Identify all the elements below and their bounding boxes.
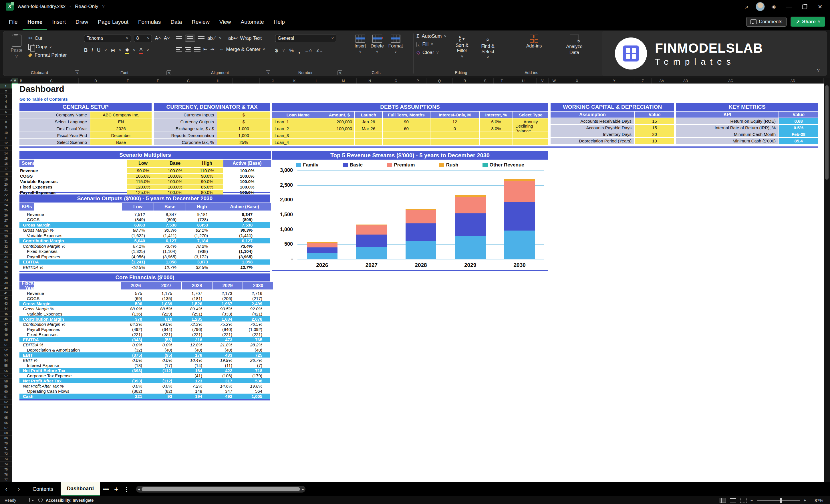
alignment-dialog-launcher[interactable]: ↘: [266, 70, 270, 75]
align-left-icon[interactable]: [176, 47, 182, 52]
sheet-tab-contents[interactable]: Contents: [25, 486, 61, 492]
cell-value[interactable]: ABC Company Inc.: [90, 112, 152, 118]
cell[interactable]: [324, 139, 354, 145]
table-row[interactable]: Contribution Margin %64.3%69.0%72.3%75.2…: [20, 321, 270, 327]
cell[interactable]: (1,622): [122, 233, 153, 238]
bold-button[interactable]: B: [84, 48, 88, 53]
row-header-37[interactable]: 37: [0, 270, 12, 275]
cell[interactable]: 433: [210, 353, 240, 357]
table-row[interactable]: Cash221931944921,005: [20, 393, 270, 399]
row-header-22[interactable]: 22: [0, 192, 12, 197]
cell[interactable]: (849): [122, 217, 153, 222]
menu-item-view[interactable]: View: [215, 15, 236, 30]
cell[interactable]: 90.0%: [191, 174, 223, 179]
italic-button[interactable]: I: [92, 48, 93, 53]
column-header-M[interactable]: M: [330, 78, 357, 84]
row-header-47[interactable]: 47: [0, 322, 12, 327]
row-header-6[interactable]: 6: [0, 109, 12, 115]
table-row[interactable]: EBIT %0.0%0.0%10.4%19.9%26.7%: [20, 357, 270, 363]
menu-item-insert[interactable]: Insert: [47, 15, 71, 30]
cell[interactable]: (393): [120, 378, 150, 383]
cell[interactable]: (40): [150, 348, 180, 352]
vertical-scrollbar-thumb[interactable]: [825, 85, 829, 180]
row-label[interactable]: COGS: [20, 217, 122, 222]
row-label[interactable]: Net Profit After Tax %: [20, 384, 120, 388]
cell[interactable]: 75.2%: [210, 322, 240, 327]
scroll-right-icon[interactable]: ▸: [302, 487, 304, 492]
cell-label[interactable]: Minimum Cash ($'000): [676, 138, 778, 144]
column-header-N[interactable]: N: [357, 78, 383, 84]
accounting-format-button[interactable]: $: [275, 48, 278, 54]
cell[interactable]: (809): [153, 217, 185, 222]
cell-label[interactable]: Select Scenario: [20, 139, 90, 145]
row-header-1[interactable]: 1: [0, 84, 12, 89]
percent-style-button[interactable]: %: [289, 48, 294, 54]
cell[interactable]: [324, 132, 354, 138]
row-header-36[interactable]: 36: [0, 265, 12, 270]
number-format-select[interactable]: General˅: [275, 35, 337, 42]
cell[interactable]: 725: [240, 353, 270, 357]
cell[interactable]: (421): [240, 312, 270, 316]
row-header-48[interactable]: 48: [0, 327, 12, 332]
row-label[interactable]: Revenue: [20, 291, 120, 296]
row-header-29[interactable]: 29: [0, 228, 12, 234]
cell[interactable]: 2,499: [240, 301, 270, 306]
cell[interactable]: (217): [240, 296, 270, 301]
cell[interactable]: (343): [120, 337, 150, 342]
cell[interactable]: 575: [120, 291, 150, 296]
cell[interactable]: (136): [120, 312, 150, 316]
cell[interactable]: 7.2%: [180, 384, 210, 388]
row-label[interactable]: EBITDA %: [20, 265, 122, 270]
cell-label[interactable]: Return on Equity (ROE): [676, 118, 778, 124]
cell-value[interactable]: 1.000: [217, 125, 270, 132]
cell[interactable]: Loan_1: [272, 119, 324, 125]
column-header-L[interactable]: L: [303, 78, 330, 84]
table-row[interactable]: Gross Margin6,6637,5388,4537,538: [20, 222, 270, 228]
cell[interactable]: 317: [210, 378, 240, 383]
orientation-button[interactable]: ab⟋: [208, 35, 216, 41]
cell[interactable]: 100.0%: [223, 190, 271, 195]
cell[interactable]: 12.7%: [216, 265, 268, 270]
cell[interactable]: 473: [210, 337, 240, 342]
row-header-71[interactable]: 71: [0, 446, 12, 451]
cell[interactable]: 0.0%: [120, 384, 150, 388]
row-header-45[interactable]: 45: [0, 312, 12, 317]
row-header-11[interactable]: 11: [0, 135, 12, 140]
cell[interactable]: 120.0%: [127, 185, 159, 189]
restore-button[interactable]: [798, 1, 811, 12]
cell[interactable]: (82): [150, 389, 180, 393]
row-label[interactable]: Contribution Margin %: [20, 244, 122, 249]
table-row[interactable]: Variable Expenses(1,622)(1,411)(1,270)(1…: [20, 233, 270, 238]
row-header-16[interactable]: 16: [0, 161, 12, 166]
sheet-tab-active[interactable]: Dashboard: [61, 482, 100, 496]
cell[interactable]: (492): [120, 327, 150, 332]
row-header-59[interactable]: 59: [0, 384, 12, 389]
cell[interactable]: 100.0%: [159, 179, 191, 184]
row-header-67[interactable]: 67: [0, 426, 12, 431]
normal-view-button[interactable]: [720, 498, 726, 503]
cell[interactable]: 64.3%: [120, 322, 150, 327]
row-header-68[interactable]: 68: [0, 431, 12, 436]
cell[interactable]: 6,663: [122, 223, 153, 227]
cell[interactable]: (221): [210, 332, 240, 337]
row-label[interactable]: Contribution Margin: [20, 317, 120, 321]
cell[interactable]: 1,634: [210, 317, 240, 321]
cell[interactable]: (112): [150, 378, 180, 383]
cell[interactable]: (728): [185, 217, 216, 222]
cell-label[interactable]: First Fiscal Year: [20, 125, 90, 132]
cell[interactable]: 125.0%: [127, 190, 159, 195]
cell[interactable]: 90.0%: [127, 168, 159, 173]
row-header-25[interactable]: 25: [0, 208, 12, 213]
align-right-icon[interactable]: [194, 47, 200, 52]
row-header-27[interactable]: 27: [0, 218, 12, 223]
row-header-35[interactable]: 35: [0, 260, 12, 265]
cell[interactable]: (32): [120, 348, 150, 352]
cell[interactable]: 765: [240, 337, 270, 342]
row-header-33[interactable]: 33: [0, 249, 12, 255]
align-center-icon[interactable]: [185, 47, 191, 52]
cell[interactable]: [430, 139, 479, 145]
cell[interactable]: 6,127: [153, 238, 185, 243]
cell[interactable]: 12.8%: [180, 342, 210, 347]
table-row[interactable]: Variable Expenses(136)(229)(291)(333)(42…: [20, 311, 270, 316]
table-row[interactable]: Contribution Margin3708101,2351,6342,078: [20, 316, 270, 321]
